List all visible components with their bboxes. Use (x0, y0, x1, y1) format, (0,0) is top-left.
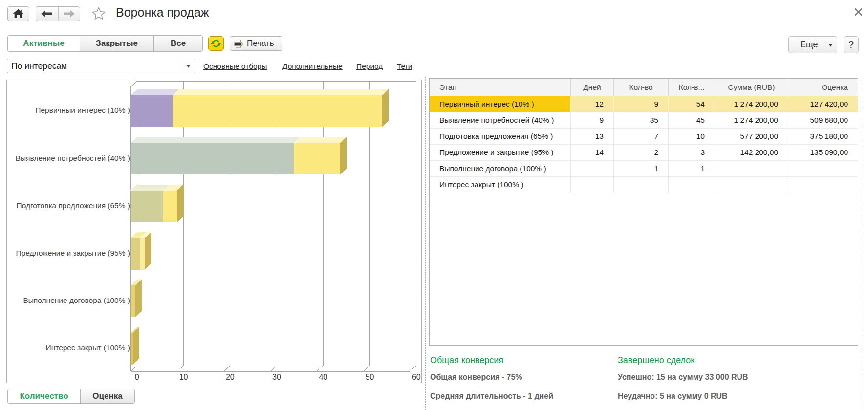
svg-text:30: 30 (272, 373, 281, 381)
svg-text:Интерес закрыт (100% ): Интерес закрыт (100% ) (46, 344, 130, 352)
svg-text:0: 0 (135, 373, 139, 381)
svg-text:10: 10 (179, 373, 188, 381)
svg-text:60: 60 (412, 373, 421, 381)
svg-text:40: 40 (319, 373, 327, 381)
svg-text:Подготовка предложения (65% ): Подготовка предложения (65% ) (17, 201, 130, 210)
svg-text:20: 20 (226, 373, 235, 381)
svg-text:Выполнение договора (100% ): Выполнение договора (100% ) (23, 296, 130, 304)
svg-text:Первичный интерес (10% ): Первичный интерес (10% ) (35, 106, 130, 114)
svg-text:Предложение и закрытие (95% ): Предложение и закрытие (95% ) (16, 249, 130, 257)
svg-text:50: 50 (366, 373, 374, 381)
svg-text:Выявление потребностей (40% ): Выявление потребностей (40% ) (16, 154, 130, 162)
